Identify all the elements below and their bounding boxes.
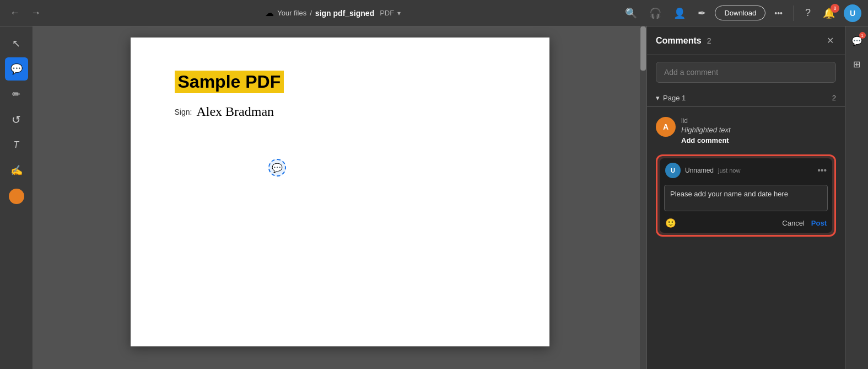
headphones-icon: 🎧: [649, 7, 661, 19]
comments-panel: Comments 2 ✕ Add a comment ▾ Page 1 2 A: [646, 26, 845, 369]
avatar-letter: U: [850, 9, 855, 18]
pdf-signature: Alex Bradman: [196, 104, 274, 119]
pen-icon: ✒: [698, 7, 706, 19]
panel-header: Comments 2 ✕: [647, 26, 845, 55]
comment-tool[interactable]: 💬: [5, 57, 28, 81]
comments-list: A lid Highlighted text Add comment: [647, 107, 845, 369]
scrollbar-area[interactable]: [640, 26, 646, 369]
cancel-button[interactable]: Cancel: [782, 219, 804, 227]
select-tool[interactable]: ↖: [5, 32, 28, 55]
select-icon: ↖: [12, 38, 20, 50]
page-section-left: ▾ Page 1: [656, 94, 686, 102]
search-button[interactable]: 🔍: [622, 5, 640, 22]
person-icon: 👤: [673, 7, 686, 19]
sign-icon: ✍: [10, 164, 23, 177]
panel-title-row: Comments 2: [656, 36, 711, 46]
pdf-area: Sample PDF Sign: Alex Bradman 💬: [33, 26, 646, 369]
avatar[interactable]: U: [844, 4, 861, 22]
forward-button[interactable]: →: [28, 5, 44, 21]
left-sidebar: ↖ 💬 ✏ ↺ T ✍: [0, 26, 33, 369]
draw-tool[interactable]: ✏: [5, 83, 28, 106]
page-chevron-icon[interactable]: ▾: [656, 94, 660, 102]
bubble-circle: 💬: [268, 159, 286, 177]
post-button[interactable]: Post: [811, 219, 827, 227]
inline-comment-box: U Unnamed just now ••• 🙂 Cancel Post: [660, 158, 832, 233]
cloud-icon: ☁: [265, 8, 274, 18]
add-comment-placeholder: Add a comment: [664, 68, 718, 77]
text-tool[interactable]: T: [5, 133, 28, 157]
pdf-page: Sample PDF Sign: Alex Bradman 💬: [131, 38, 549, 346]
page-section-header: ▾ Page 1 2: [647, 89, 845, 107]
action-buttons: Cancel Post: [782, 219, 827, 227]
inline-more-options[interactable]: •••: [817, 165, 827, 175]
inline-username: Unnamed: [685, 167, 714, 174]
page-label: Page 1: [663, 94, 686, 102]
main-layout: ↖ 💬 ✏ ↺ T ✍ Sample PDF Sign: Alex Bradma…: [0, 26, 868, 369]
loop-icon: ↺: [12, 113, 21, 126]
pdf-title: Sample PDF: [175, 71, 284, 93]
pdf-sign-line: Sign: Alex Bradman: [175, 104, 505, 119]
inline-comment-header: U Unnamed just now •••: [660, 158, 832, 183]
grid-icon: ⊞: [853, 59, 860, 69]
toolbar-divider: [794, 6, 794, 21]
notification-button-wrapper: 🔔 8: [820, 5, 838, 22]
draw-icon: ✏: [12, 88, 20, 100]
avatar-letter-1: A: [663, 122, 668, 131]
back-button[interactable]: ←: [7, 5, 23, 21]
pen-button[interactable]: ✒: [694, 5, 709, 22]
toolbar-left: ← →: [7, 5, 44, 21]
search-icon: 🔍: [625, 7, 637, 19]
panel-count: 2: [707, 36, 711, 45]
help-button[interactable]: ?: [802, 5, 814, 21]
pdf-sign-label: Sign:: [175, 108, 192, 116]
page-comment-count: 2: [832, 94, 836, 102]
inline-comment-textarea[interactable]: [664, 185, 828, 211]
sign-tool[interactable]: ✍: [5, 159, 28, 182]
notification-badge: 8: [831, 4, 839, 13]
breadcrumb-sep: /: [310, 9, 312, 17]
comment-avatar-1: A: [656, 117, 676, 137]
color-selector[interactable]: [9, 189, 24, 204]
comment-username-1: lid: [681, 117, 836, 125]
grid-view-button[interactable]: ⊞: [847, 54, 867, 74]
highlighted-comment-wrapper: U Unnamed just now ••• 🙂 Cancel Post: [656, 154, 836, 237]
comment-text-1: Highlighted text: [681, 126, 836, 134]
comment-icon: 💬: [10, 63, 23, 75]
inline-actions: 🙂 Cancel Post: [660, 213, 832, 233]
chat-sidebar-button[interactable]: 💬 1: [847, 31, 867, 51]
far-right-panel: 💬 1 ⊞: [845, 26, 868, 369]
back-icon: ←: [10, 7, 20, 19]
top-toolbar: ← → ☁ Your files / sign pdf_signed PDF ▾…: [0, 0, 868, 26]
add-comment-input[interactable]: Add a comment: [656, 62, 836, 83]
inline-time: just now: [718, 167, 740, 174]
comment-content-1: lid Highlighted text Add comment: [681, 117, 836, 145]
emoji-icon[interactable]: 🙂: [665, 218, 676, 228]
chat-badge: 1: [859, 32, 866, 39]
pdf-comment-bubble[interactable]: 💬: [268, 159, 286, 177]
inline-avatar: U: [665, 163, 681, 178]
more-options-button[interactable]: •••: [771, 7, 786, 20]
help-icon: ?: [805, 7, 811, 19]
headphones-button[interactable]: 🎧: [646, 5, 665, 22]
red-border-box: U Unnamed just now ••• 🙂 Cancel Post: [656, 154, 836, 237]
download-button[interactable]: Download: [715, 6, 765, 20]
bubble-icon: 💬: [272, 163, 283, 173]
comment-item: A lid Highlighted text Add comment: [647, 111, 845, 150]
breadcrumb: Your files / sign pdf_signed PDF ▾: [277, 9, 401, 18]
text-icon: T: [14, 140, 19, 150]
filename-label: sign pdf_signed: [315, 9, 374, 18]
chevron-down-icon[interactable]: ▾: [397, 9, 401, 17]
person-button[interactable]: 👤: [670, 5, 689, 22]
forward-icon: →: [31, 7, 41, 19]
panel-title: Comments: [656, 36, 702, 46]
toolbar-right: 🔍 🎧 👤 ✒ Download ••• ? 🔔 8 U: [622, 4, 861, 22]
close-icon[interactable]: ✕: [824, 33, 836, 48]
loop-tool[interactable]: ↺: [5, 108, 28, 131]
add-comment-action[interactable]: Add comment: [681, 136, 836, 145]
scrollbar-thumb[interactable]: [640, 26, 646, 71]
toolbar-center: ☁ Your files / sign pdf_signed PDF ▾: [48, 8, 617, 18]
your-files-link[interactable]: Your files: [277, 9, 306, 17]
inline-avatar-letter: U: [671, 167, 675, 174]
filetype-label: PDF: [380, 9, 394, 17]
